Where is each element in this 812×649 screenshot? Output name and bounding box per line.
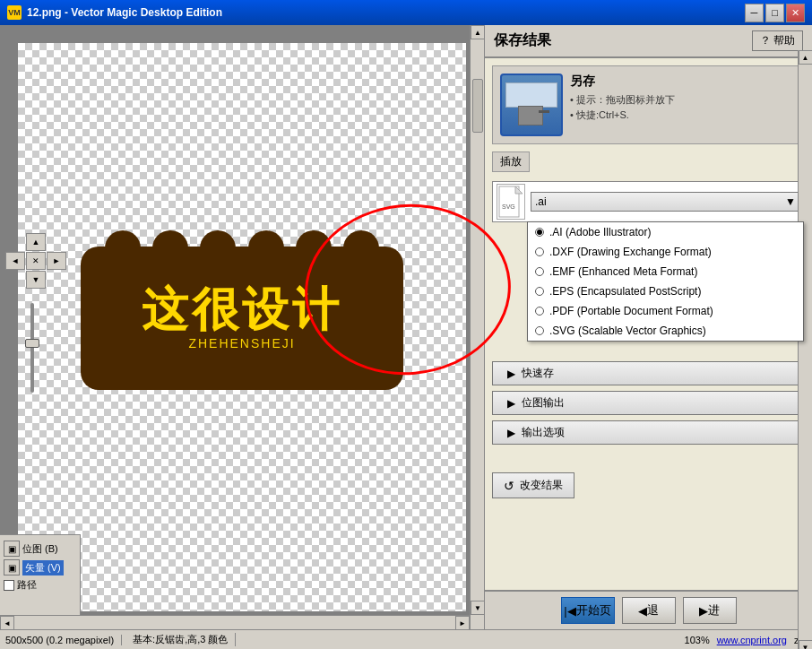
radio-ai <box>535 228 544 237</box>
window-title: 12.png - Vector Magic Desktop Edition <box>27 6 745 19</box>
right-panel-header: 保存结果 ？ 帮助 <box>485 25 812 58</box>
zoom-handle[interactable] <box>25 339 39 348</box>
scroll-up-button[interactable]: ▲ <box>471 25 484 39</box>
path-checkbox[interactable] <box>4 580 14 591</box>
nav-back-button[interactable]: ◀ 退 <box>622 597 676 624</box>
vector-label[interactable]: 矢量 (V) <box>22 560 64 575</box>
export-options-label: 输出选项 <box>522 425 565 440</box>
close-button[interactable]: ✕ <box>786 4 805 22</box>
change-results-container: ↺ 改变结果 <box>485 465 812 506</box>
nav-up-button[interactable]: ▲ <box>26 233 46 251</box>
format-dropdown-button[interactable]: .ai ▼ <box>531 192 800 212</box>
nav-back-icon: ◀ <box>638 604 647 618</box>
status-zoom: 103% <box>685 635 710 645</box>
save-subtitle: 另存 <box>570 74 797 90</box>
dropdown-label-eps: .EPS (Encapsulated PostScript) <box>549 285 701 298</box>
zoom-track <box>30 303 34 393</box>
radio-svg <box>535 326 544 335</box>
layer-label: 位图 (B) <box>22 542 58 556</box>
dropdown-label-emf: .EMF (Enhanced Meta Format) <box>549 265 697 278</box>
save-tip2: • 快捷:Ctrl+S. <box>570 108 797 122</box>
logo-english-text: ZHEHENSHEJI <box>188 336 295 350</box>
canvas-scrollbar-vertical[interactable]: ▲ ▼ <box>470 25 484 629</box>
nav-forward-button[interactable]: ▶ 进 <box>683 597 737 624</box>
export-options-button[interactable]: ▶ 输出选项 <box>492 420 805 445</box>
canvas-area[interactable]: 这很设计 ZHEHENSHEJI ▲ ▼ ◄ ► ▲ ◄ ✕ <box>0 25 484 629</box>
nav-start-label: 开始页 <box>576 602 611 619</box>
format-select-row: SVG .ai ▼ <box>493 182 804 221</box>
dropdown-item-eps[interactable]: .EPS (Encapsulated PostScript) <box>528 281 803 301</box>
quick-save-icon: ▶ <box>504 367 518 381</box>
bottom-left-panel: ▣ 位图 (B) ▣ 矢量 (V) 路径 <box>0 534 81 615</box>
dropdown-item-emf[interactable]: .EMF (Enhanced Meta Format) <box>528 262 803 281</box>
format-dropdown-menu[interactable]: .AI (Adobe Illustrator) .DXF (Drawing Ex… <box>527 221 804 342</box>
main-container: 这很设计 ZHEHENSHEJI ▲ ▼ ◄ ► ▲ ◄ ✕ <box>0 25 812 629</box>
status-link[interactable]: www.cnprint.org <box>717 635 787 645</box>
nav-empty-3 <box>5 271 25 289</box>
right-panel-title: 保存结果 <box>494 31 551 50</box>
save-tip1: • 提示：拖动图标并放下 <box>570 93 797 107</box>
dropdown-item-pdf[interactable]: .PDF (Portable Document Format) <box>528 301 803 321</box>
dropdown-item-ai[interactable]: .AI (Adobe Illustrator) <box>528 222 803 242</box>
radio-eps <box>535 287 544 296</box>
floppy-label <box>505 82 557 108</box>
right-scroll-down[interactable]: ▼ <box>799 640 813 649</box>
dropdown-label-svg: .SVG (Scalable Vector Graphics) <box>549 324 706 337</box>
right-scrollbar[interactable]: ▲ ▼ <box>798 50 812 649</box>
nav-start-button[interactable]: |◀ 开始页 <box>561 597 615 624</box>
logo-background: 这很设计 ZHEHENSHEJI <box>81 247 403 390</box>
nav-left-button[interactable]: ◄ <box>5 252 25 270</box>
dropdown-item-svg[interactable]: .SVG (Scalable Vector Graphics) <box>528 321 803 341</box>
status-base-info: 基本:反锯齿,高,3 颜色 <box>133 633 236 646</box>
scroll-left-button[interactable]: ◄ <box>0 616 14 629</box>
dropdown-item-dxf[interactable]: .DXF (Drawing Exchange Format) <box>528 242 803 262</box>
logo-chinese-text: 这很设计 <box>142 286 342 333</box>
bitmap-output-icon: ▶ <box>504 396 518 411</box>
window-controls: ─ □ ✕ <box>745 4 805 22</box>
change-results-button[interactable]: ↺ 改变结果 <box>492 472 574 498</box>
maximize-button[interactable]: □ <box>765 4 784 22</box>
scroll-right-button[interactable]: ► <box>455 616 470 629</box>
format-section-label: 插放 <box>492 151 530 172</box>
floppy-slot <box>539 110 549 113</box>
scroll-thumb-vertical[interactable] <box>472 79 483 133</box>
nav-down-button[interactable]: ▼ <box>26 271 46 289</box>
nav-right-button[interactable]: ► <box>47 252 66 270</box>
minimize-button[interactable]: ─ <box>745 4 764 22</box>
bitmap-output-label: 位图输出 <box>522 395 565 411</box>
scroll-down-button[interactable]: ▼ <box>471 601 484 615</box>
app-icon-text: VM <box>8 8 21 17</box>
help-button[interactable]: ？ 帮助 <box>752 30 803 51</box>
floppy-disk-icon[interactable] <box>500 74 563 136</box>
nav-empty-2 <box>47 233 66 251</box>
change-results-icon: ↺ <box>504 479 514 493</box>
bitmap-output-button[interactable]: ▶ 位图输出 <box>492 391 805 415</box>
dropdown-label-dxf: .DXF (Drawing Exchange Format) <box>549 246 712 258</box>
canvas-content: 这很设计 ZHEHENSHEJI <box>81 247 403 408</box>
quick-save-label: 快速存 <box>522 366 554 381</box>
vector-toggle-icon[interactable]: ▣ <box>4 559 20 575</box>
right-scroll-up[interactable]: ▲ <box>799 50 813 65</box>
title-bar: VM 12.png - Vector Magic Desktop Edition… <box>0 0 812 25</box>
floppy-metal <box>518 106 543 125</box>
nav-center-button[interactable]: ✕ <box>26 252 46 270</box>
dropdown-label-ai: .AI (Adobe Illustrator) <box>549 226 651 238</box>
nav-grid: ▲ ◄ ✕ ► ▼ <box>4 231 81 290</box>
export-options-icon: ▶ <box>504 426 518 440</box>
app-icon: VM <box>7 5 22 20</box>
path-row: 路径 <box>4 578 76 592</box>
nav-fwd-label: 进 <box>708 602 720 619</box>
zoom-slider-area <box>25 303 39 411</box>
status-bar: 500x500 (0.2 megapixel) 基本:反锯齿,高,3 颜色 10… <box>0 629 812 649</box>
nav-empty-4 <box>47 271 66 289</box>
canvas-scrollbar-horizontal[interactable]: ◄ ► <box>0 615 470 629</box>
quick-save-button[interactable]: ▶ 快速存 <box>492 361 805 385</box>
format-dropdown-value: .ai <box>535 195 547 208</box>
radio-pdf <box>535 307 544 316</box>
layer-toggle-icon[interactable]: ▣ <box>4 541 20 557</box>
nav-prev-icon: |◀ <box>564 604 575 618</box>
format-file-icon: SVG <box>497 184 525 220</box>
nav-empty-1 <box>5 233 25 251</box>
dropdown-arrow-icon: ▼ <box>785 195 796 208</box>
nav-back-label: 退 <box>647 602 659 619</box>
